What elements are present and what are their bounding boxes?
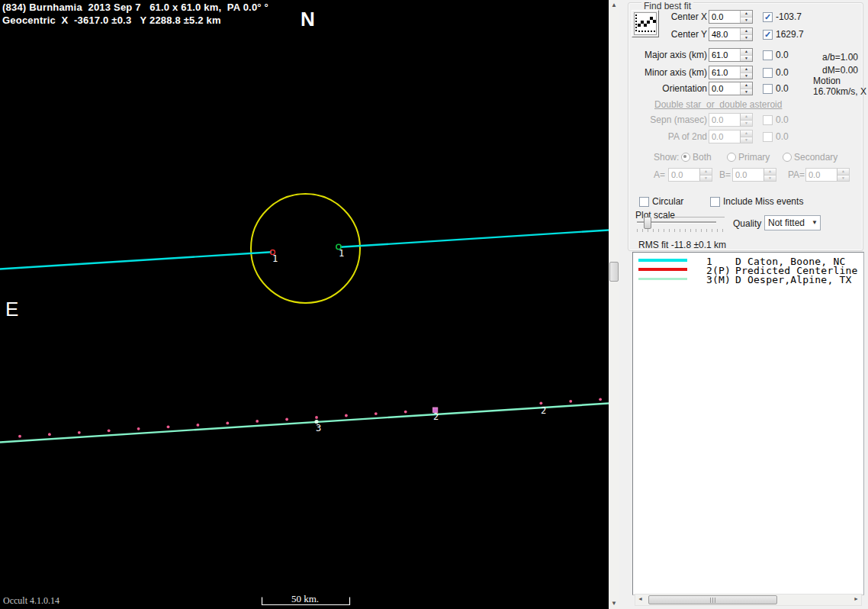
minor-axis-checkbox[interactable] [763,68,773,78]
dropdown-arrow-icon: ▼ [812,219,818,226]
chord1-west-segment [0,252,272,269]
pa-label: PA= [788,169,805,180]
scale-bar-label: 50 km. [291,593,319,605]
include-miss-label: Include Miss events [723,196,803,207]
scroll-right-icon[interactable]: ► [851,594,861,604]
vertical-scrollbar-thumb[interactable] [609,262,619,282]
center-y-input[interactable]: 48.0 ▲▼ [709,27,753,41]
north-label: N [301,8,315,31]
center-y-checkbox[interactable]: ✓ [763,30,773,40]
legend-row-3[interactable]: 3(M) D Oesper,Alpine, TX [633,274,863,284]
major-axis-input[interactable]: 61.0 ▲▼ [709,48,753,62]
ab-ratio-label: a/b=1.00 [822,52,858,63]
scrollbar-grip [710,598,717,603]
center-y-result: 1629.7 [776,29,804,40]
show-label: Show: [654,152,679,163]
b-spinner: ▲▼ [764,169,776,181]
plot-canvas [0,0,609,609]
chord2-predicted-dots [18,398,602,437]
orientation-result: 0.0 [776,83,789,94]
plot-scale-label: Plot scale [635,210,675,221]
occult-window: (834) Burnhamia 2013 Sep 7 61.0 x 61.0 k… [0,0,868,609]
radio-both-label: Both [693,152,712,163]
plot-scale-slider-ticks [637,229,724,232]
quality-label: Quality [733,218,761,229]
center-x-spinner[interactable]: ▲▼ [740,11,752,23]
center-y-label: Center Y [642,29,707,40]
east-label: E [5,298,18,321]
center-x-checkbox[interactable]: ✓ [763,12,773,22]
chord1-color-swatch [638,259,687,262]
a-spinner: ▲▼ [699,169,712,181]
vertical-scrollbar[interactable]: ▲ ▼ [609,0,619,609]
orientation-checkbox[interactable] [763,84,773,94]
orientation-spinner[interactable]: ▲▼ [740,82,752,95]
major-axis-spinner[interactable]: ▲▼ [740,49,752,61]
chord3-label: 3 [316,423,321,433]
horizontal-scrollbar-thumb[interactable] [648,595,777,604]
chord2-color-swatch [638,268,687,271]
b-input: 0.0 ▲▼ [732,168,776,182]
minor-axis-input[interactable]: 61.0 ▲▼ [709,66,753,79]
sepn-label: Sepn (masec) [642,114,707,125]
b-label: B= [719,169,731,180]
chord3-line [0,404,609,443]
sepn-checkbox [763,115,773,125]
plot-title-line2: Geocentric X -3617.0 ±0.3 Y 2288.8 ±5.2 … [2,14,221,26]
center-x-input[interactable]: 0.0 ▲▼ [709,10,753,24]
chord1-label-west: 1 [272,253,278,264]
motion-label: Motion [813,76,841,86]
plot-title-line1: (834) Burnhamia 2013 Sep 7 61.0 x 61.0 k… [2,2,268,13]
radio-secondary [783,153,792,162]
radio-primary [727,153,736,162]
plot-scale-separator [671,217,725,218]
app-version-label: Occult 4.1.0.14 [3,595,59,607]
major-axis-checkbox[interactable] [763,50,773,60]
center-x-label: Center X [642,11,707,22]
chord2-label-east: 2 [541,405,546,416]
orientation-input[interactable]: 0.0 ▲▼ [709,82,753,95]
major-axis-label: Major axis (km) [642,50,707,60]
double-star-heading: Double star or double asteroid [654,99,782,110]
radio-secondary-label: Secondary [794,152,837,163]
center-y-spinner[interactable]: ▲▼ [740,28,752,40]
radio-both [681,153,690,162]
chord1-east-segment [340,230,609,247]
chord2-label-mid: 2 [433,411,439,422]
plot-scale-slider-thumb[interactable] [644,217,651,229]
motion-value: 16.70km/s, X [813,86,866,97]
quality-value: Not fitted [768,218,805,228]
scroll-up-icon[interactable]: ▲ [609,0,619,11]
occultation-plot[interactable]: (834) Burnhamia 2013 Sep 7 61.0 x 61.0 k… [0,0,609,609]
legend-horizontal-scrollbar[interactable]: ◄ ► [635,594,862,606]
radio-primary-label: Primary [738,152,770,163]
fit-control-panel: Find best fit Center X 0.0 [619,0,868,609]
include-miss-checkbox[interactable] [710,197,720,207]
legend-num: 3(M) [706,274,731,285]
center-x-result: -103.7 [776,11,802,22]
minor-axis-spinner[interactable]: ▲▼ [740,66,752,79]
rms-fit-label: RMS fit -11.8 ±0.1 km [638,240,726,250]
pa2nd-input: 0.0 ▲▼ [709,130,753,143]
sepn-result: 0.0 [776,114,789,125]
chord-legend-listbox[interactable]: 1 D Caton, Boone, NC 2(P) Predicted Cent… [632,252,864,595]
pa2nd-checkbox [763,132,773,142]
circular-label: Circular [652,196,683,207]
sepn-spinner: ▲▼ [740,114,752,126]
scroll-down-icon[interactable]: ▼ [609,598,619,609]
chord3-color-swatch [638,278,687,280]
quality-dropdown[interactable]: Not fitted ▼ [764,215,821,230]
chord1-label-east: 1 [339,248,344,259]
pa2nd-result: 0.0 [776,131,789,142]
circular-checkbox[interactable] [639,197,649,207]
sepn-input: 0.0 ▲▼ [709,113,753,127]
minor-axis-result: 0.0 [776,67,789,78]
legend-desc: D Oesper,Alpine, TX [735,274,852,285]
pa-spinner: ▲▼ [837,169,849,181]
dm-label: dM=0.00 [822,65,858,76]
scroll-left-icon[interactable]: ◄ [635,594,645,604]
pa2nd-spinner: ▲▼ [740,130,752,143]
a-label: A= [654,169,665,180]
a-input: 0.0 ▲▼ [668,168,712,182]
major-axis-result: 0.0 [776,50,789,60]
